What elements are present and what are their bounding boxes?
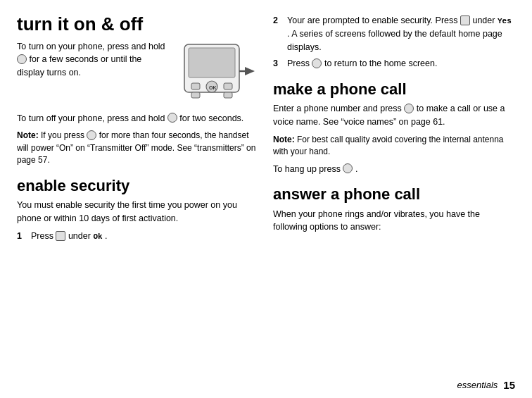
call-button-icon — [404, 104, 414, 113]
svg-rect-7 — [224, 92, 232, 98]
power-button2-icon — [167, 113, 177, 123]
make-call-heading: make a phone call — [273, 80, 515, 98]
step-3: 3 Press to return to the home screen. — [273, 57, 515, 70]
footer-label: essentials — [457, 380, 498, 390]
answer-para: When your phone rings and/or vibrates, y… — [273, 208, 515, 235]
step-1: 1 Press under Ok . — [17, 230, 256, 243]
power-button-icon — [17, 54, 27, 64]
svg-marker-8 — [245, 67, 255, 75]
page-footer: essentials 15 — [457, 379, 516, 391]
turn-off-para: To turn off your phone, press and hold f… — [17, 112, 256, 125]
phone-svg: OK — [179, 43, 256, 105]
page-container: turn it on & off To turn on your phone, … — [0, 0, 532, 398]
note-power-icon — [87, 130, 96, 140]
ok-button-icon — [56, 231, 65, 241]
step-2: 2 Your are prompted to enable security. … — [273, 14, 515, 54]
security-para: You must enable security the first time … — [17, 199, 256, 225]
svg-rect-1 — [189, 48, 235, 77]
answer-call-heading: answer a phone call — [273, 185, 515, 203]
svg-rect-6 — [191, 92, 200, 98]
top-text-block: To turn on your phone, press and hold fo… — [17, 40, 169, 106]
home-button-icon — [312, 58, 322, 68]
hangup-para: To hang up press . — [273, 163, 515, 176]
left-column: turn it on & off To turn on your phone, … — [17, 14, 256, 391]
svg-rect-5 — [224, 83, 232, 89]
note1: Note: If you press for more than four se… — [17, 130, 256, 166]
yes-button-icon — [460, 15, 470, 25]
enable-security-heading: enable security — [17, 177, 256, 194]
phone-illustration: OK — [179, 43, 256, 106]
svg-text:OK: OK — [209, 85, 217, 90]
hangup-button-icon — [343, 163, 353, 173]
note2: Note: For best call quality avoid coveri… — [273, 134, 515, 158]
turn-on-para: To turn on your phone, press and hold fo… — [17, 40, 169, 80]
call-para: Enter a phone number and press to make a… — [273, 102, 515, 129]
page-number: 15 — [503, 379, 515, 391]
top-section: To turn on your phone, press and hold fo… — [17, 40, 256, 106]
right-column: 2 Your are prompted to enable security. … — [273, 14, 515, 391]
turn-on-off-heading: turn it on & off — [17, 14, 256, 35]
svg-rect-4 — [191, 83, 200, 89]
